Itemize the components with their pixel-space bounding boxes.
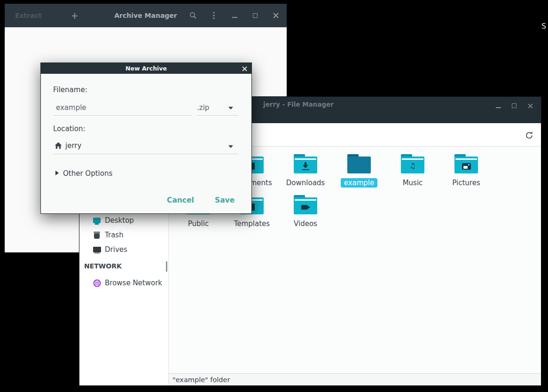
fm-titlebar-buttons (494, 102, 534, 110)
videos-folder-icon (281, 195, 330, 217)
folder-label: Pictures (449, 178, 483, 188)
refresh-icon[interactable] (523, 129, 535, 141)
add-archive-button[interactable]: + (71, 10, 78, 21)
folder-item-example[interactable]: example (335, 154, 384, 188)
titlebar-buttons (189, 11, 280, 20)
sidebar-item-desktop[interactable]: Desktop (79, 213, 168, 227)
pictures-folder-icon (442, 154, 491, 176)
menu-kebab-icon[interactable] (210, 11, 218, 20)
sidebar-section-network: NETWORK (84, 262, 122, 270)
close-icon[interactable] (272, 11, 280, 20)
chevron-down-icon[interactable] (228, 107, 233, 110)
cancel-button[interactable]: Cancel (162, 193, 199, 207)
search-icon[interactable] (189, 11, 197, 20)
expander-arrow-icon[interactable] (55, 171, 59, 175)
folder-item-downloads[interactable]: Downloads (281, 154, 330, 188)
desktop-icon (92, 218, 102, 223)
extension-dropdown-underline (197, 115, 238, 116)
folder-label: Downloads (283, 178, 328, 188)
minimize-icon[interactable] (230, 11, 239, 20)
location-label: Location: (53, 125, 86, 133)
dialog-titlebar[interactable]: New Archive (41, 63, 251, 74)
location-dropdown[interactable]: jerry (65, 141, 81, 150)
close-icon[interactable] (526, 102, 534, 110)
status-bar: "example" folder (169, 373, 541, 385)
folder-label: Music (399, 178, 426, 188)
new-archive-dialog: New Archive Filename: example .zip Locat… (40, 63, 252, 214)
downloads-folder-icon (281, 154, 330, 176)
trash-icon (92, 232, 102, 239)
other-options-expander[interactable]: Other Options (63, 169, 112, 178)
chevron-down-icon[interactable] (228, 145, 233, 148)
archive-manager-titlebar[interactable]: Extract + Archive Manager (5, 4, 287, 27)
dialog-title: New Archive (125, 65, 167, 72)
sidebar-item-trash[interactable]: Trash (79, 228, 168, 242)
example-folder-icon (335, 154, 384, 176)
filename-input[interactable]: example (56, 103, 86, 112)
close-icon[interactable] (241, 65, 248, 72)
globe-icon (92, 279, 102, 287)
folder-label: Public (185, 219, 212, 228)
drives-icon (92, 247, 102, 252)
sidebar-item-drives[interactable]: Drives (79, 243, 168, 257)
sidebar-item-browse-network[interactable]: Browse Network (79, 276, 168, 290)
maximize-icon[interactable] (510, 102, 518, 110)
clipped-desktop-text: S (541, 22, 546, 31)
extension-dropdown[interactable]: .zip (197, 103, 209, 112)
status-text: "example" folder (172, 376, 230, 384)
folder-label: Templates (231, 219, 273, 228)
sidebar-scrollbar-thumb[interactable] (166, 261, 167, 272)
file-manager-title: jerry - File Manager (263, 101, 334, 108)
filename-label: Filename: (53, 86, 87, 94)
folder-item-music[interactable]: ♫ Music (388, 154, 437, 188)
home-icon (55, 142, 62, 151)
folder-label: Videos (290, 219, 321, 228)
sidebar-item-label: Drives (105, 245, 127, 254)
sidebar-item-label: Trash (105, 231, 124, 239)
folder-item-videos[interactable]: Videos (281, 195, 330, 228)
location-dropdown-underline (53, 154, 238, 154)
maximize-icon[interactable] (251, 11, 259, 20)
extract-button[interactable]: Extract (15, 12, 42, 19)
music-folder-icon: ♫ (388, 154, 437, 176)
filename-input-underline (53, 115, 191, 116)
sidebar-item-label: Browse Network (105, 279, 162, 287)
folder-item-pictures[interactable]: Pictures (442, 154, 491, 188)
folder-label-selected: example (341, 178, 378, 188)
minimize-icon[interactable] (494, 102, 502, 110)
save-button[interactable]: Save (210, 193, 239, 207)
sidebar-item-label: Desktop (105, 216, 134, 225)
